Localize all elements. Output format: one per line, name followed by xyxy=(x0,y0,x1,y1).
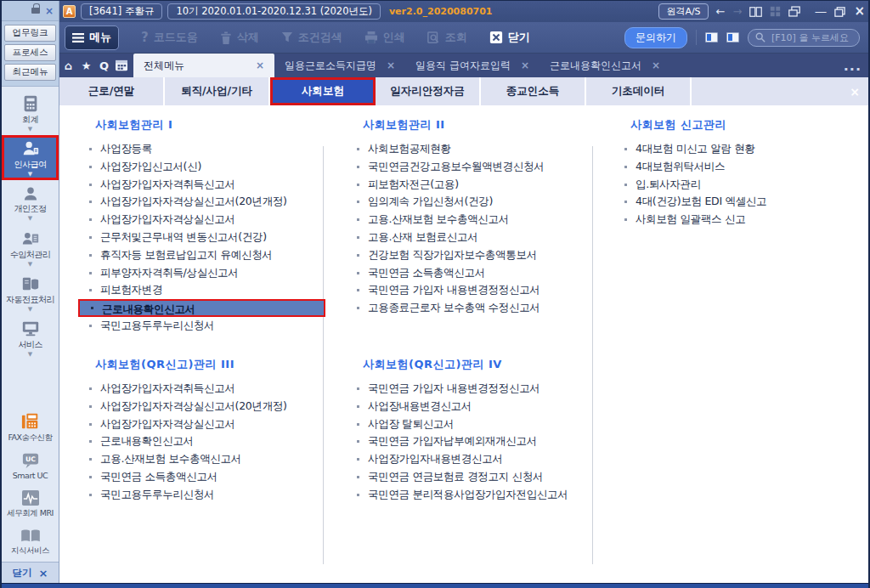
menu-item[interactable]: 사업장등록 xyxy=(85,140,333,158)
cascade-windows-icon[interactable] xyxy=(788,6,800,17)
menu-item[interactable]: 사업장가입자내용변경신고서 xyxy=(353,450,601,468)
sidebar-collapse-bar[interactable]: 닫기 × xyxy=(2,562,59,584)
menu-item[interactable]: 국민연금 연금보험료 경정고지 신청서 xyxy=(353,468,601,486)
sidebar-item-service[interactable]: 서비스 ▼ xyxy=(2,315,59,360)
menu-item[interactable]: 피부양자자격취득/상실신고서 xyxy=(85,264,333,282)
category-tab[interactable]: 일자리안정자금 xyxy=(376,77,481,105)
calendar-icon[interactable] xyxy=(115,59,128,71)
document-tabstrip: ⌂ ★ Q 전체메뉴 × 일용근로소득지급명 × xyxy=(59,54,870,77)
print-button[interactable]: 인쇄 xyxy=(364,30,405,45)
sidebar-item-knowledge[interactable]: 지식서비스 xyxy=(2,523,59,562)
menu-item[interactable]: 건강보험 직장가입자보수총액통보서 xyxy=(353,246,601,264)
work-link-button[interactable]: 업무링크 xyxy=(4,25,56,42)
menu-item[interactable]: 휴직자등 보험료납입고지 유예신청서 xyxy=(85,246,333,264)
sidebar-item-payroll[interactable]: 인사급여 ▼ xyxy=(2,135,59,180)
category-tab[interactable]: 근로/연말 xyxy=(59,77,165,105)
menu-item[interactable]: 사회보험 일괄팩스 신고 xyxy=(620,211,868,229)
search-box[interactable] xyxy=(748,29,860,47)
back-arrow-icon[interactable]: ← xyxy=(716,6,726,17)
menu-item[interactable]: 근로내용확인신고서 xyxy=(85,433,333,450)
close-tab-icon[interactable]: × xyxy=(387,59,395,71)
document-tab[interactable]: 일용근로소득지급명 × xyxy=(274,54,405,77)
menu-item[interactable]: 사업장가입자자격취득신고서 xyxy=(85,380,333,398)
menu-item[interactable]: 사업장가입자자격취득신고서 xyxy=(85,176,333,194)
sidebar-item-personal[interactable]: 개인조정 ▼ xyxy=(2,180,59,225)
restore-icon[interactable] xyxy=(834,7,845,17)
delete-button[interactable]: 삭제 xyxy=(220,30,259,45)
grid-layout-icon[interactable] xyxy=(770,6,781,17)
menu-item[interactable]: 근무처및근무내역 변동신고서(건강) xyxy=(85,229,333,246)
menu-item[interactable]: 입.퇴사자관리 xyxy=(620,176,868,194)
menu-item[interactable]: 국민연금 분리적용사업장가입자전입신고서 xyxy=(353,486,601,504)
menu-item[interactable]: 사업장가입자자격상실신고서 xyxy=(85,416,333,433)
view-button[interactable]: 조회 xyxy=(427,30,467,45)
search-input[interactable] xyxy=(770,31,852,44)
sidebar-item-clients[interactable]: 수임처관리 ▼ xyxy=(2,225,59,270)
bullet-icon xyxy=(624,218,627,221)
layout-toggle-icon[interactable] xyxy=(726,32,739,42)
menu-item[interactable]: 4대보험위탁서비스 xyxy=(620,158,868,176)
menu-item[interactable]: 사업장 탈퇴신고서 xyxy=(353,416,601,433)
menu-item[interactable]: 사회보험공제현황 xyxy=(353,140,601,158)
close-panel-icon[interactable]: × xyxy=(850,85,860,99)
menu-item[interactable]: 사업장가입신고서(신) xyxy=(85,158,333,176)
book-open-icon[interactable] xyxy=(749,7,762,17)
menu-button[interactable]: 메뉴 xyxy=(65,25,119,50)
recent-menu-button[interactable]: 최근메뉴 xyxy=(4,64,56,81)
menu-item[interactable]: 근로내용확인신고서 xyxy=(78,299,325,317)
menu-item[interactable]: 사업장내용변경신고서 xyxy=(353,398,601,416)
close-tab-icon[interactable]: × xyxy=(521,59,529,71)
close-tab-icon[interactable]: × xyxy=(256,59,264,71)
document-tab[interactable]: 근로내용확인신고서 × xyxy=(540,54,670,77)
category-tab[interactable]: 사회보험 xyxy=(270,77,376,105)
menu-item[interactable]: 고용종료근로자 보수총액 수정신고서 xyxy=(353,299,601,317)
menu-item[interactable]: 국민연금건강고용보수월액변경신청서 xyxy=(353,158,601,176)
menu-item[interactable]: 고용.산재보험 보수총액신고서 xyxy=(353,211,601,229)
menu-item[interactable]: 사업장가입자자격상실신고서 xyxy=(85,211,333,229)
sidebar-item-tax-mri[interactable]: 세무회계 MRI xyxy=(2,485,59,523)
close-window-icon[interactable]: × xyxy=(854,5,865,18)
condition-search-button[interactable]: 조건검색 xyxy=(281,30,342,45)
minimize-icon[interactable]: ― xyxy=(815,6,826,17)
sidebar-item-auto-voucher[interactable]: 자동전표처리 ▼ xyxy=(2,270,59,315)
section-social-insurance-1: 사회보험관리 I 사업장등록사업장가입신고서(신)사업장가입자자격취득신고서사업… xyxy=(85,117,333,335)
layout-toggle-icon[interactable] xyxy=(705,32,718,42)
menu-item[interactable]: 국민연금 가입자납부예외재개신고서 xyxy=(353,433,601,450)
remote-as-button[interactable]: 원격A/S xyxy=(658,3,708,20)
category-tab[interactable]: 종교인소득 xyxy=(481,77,586,105)
sidebar-close-icon[interactable]: × xyxy=(45,6,54,16)
code-help-button[interactable]: ? 코드도움 xyxy=(141,30,198,45)
forward-arrow-icon[interactable]: → xyxy=(733,6,743,17)
menu-item[interactable]: 피보험자전근(고용) xyxy=(353,176,601,194)
menu-item[interactable]: 국민고용두루누리신청서 xyxy=(85,317,333,335)
process-button[interactable]: 프로세스 xyxy=(4,44,56,61)
menu-item[interactable]: 국민연금 소득총액신고서 xyxy=(85,468,333,486)
quick-search-icon[interactable]: Q xyxy=(97,59,111,73)
menu-item[interactable]: 임의계속 가입신청서(건강) xyxy=(353,193,601,211)
document-tab[interactable]: 전체메뉴 × xyxy=(133,54,274,77)
close-tab-icon[interactable]: × xyxy=(652,59,660,71)
menu-item[interactable]: 고용.산재보험 보수총액신고서 xyxy=(85,450,333,468)
inquiry-button[interactable]: 문의하기 xyxy=(624,27,687,48)
menu-item[interactable]: 사업장가입자자격상실신고서(20년개정) xyxy=(85,398,333,416)
menu-item[interactable]: 국민연금 소득총액신고서 xyxy=(353,264,601,282)
sidebar-item-smart-uc[interactable]: UC Smart UC xyxy=(2,447,59,485)
menu-item[interactable]: 고용.산재 보험료신고서 xyxy=(353,229,601,246)
menu-item[interactable]: 4대(건강)보험 EDI 엑셀신고 xyxy=(620,193,868,211)
menu-item[interactable]: 4대보험 미신고 알람 현황 xyxy=(620,140,868,158)
sidebar-item-fax[interactable]: FAX송수신함 xyxy=(2,409,59,447)
sidebar-item-accounting[interactable]: 회계 ▼ xyxy=(2,90,59,135)
sidebar-item-label: 개인조정 xyxy=(14,203,47,215)
menu-item[interactable]: 국민연금 가입자 내용변경정정신고서 xyxy=(353,380,601,398)
category-tab[interactable]: 퇴직/사업/기타 xyxy=(165,77,270,105)
menu-item[interactable]: 국민연금 가입자 내용변경정정신고서 xyxy=(353,281,601,299)
document-tab[interactable]: 일용직 급여자료입력 × xyxy=(405,54,540,77)
menu-item[interactable]: 국민고용두루누리신청서 xyxy=(85,486,333,504)
menu-item[interactable]: 피보험자변경 xyxy=(85,281,333,299)
category-tab[interactable]: 기초데이터 xyxy=(586,77,692,105)
home-icon[interactable]: ⌂ xyxy=(61,59,76,73)
close-tab-button[interactable]: 닫기 xyxy=(489,30,530,45)
menu-item[interactable]: 사업장가입자자격상실신고서(20년개정) xyxy=(85,193,333,211)
tab-overflow-button[interactable]: ... xyxy=(833,54,870,77)
star-icon[interactable]: ★ xyxy=(79,59,93,73)
